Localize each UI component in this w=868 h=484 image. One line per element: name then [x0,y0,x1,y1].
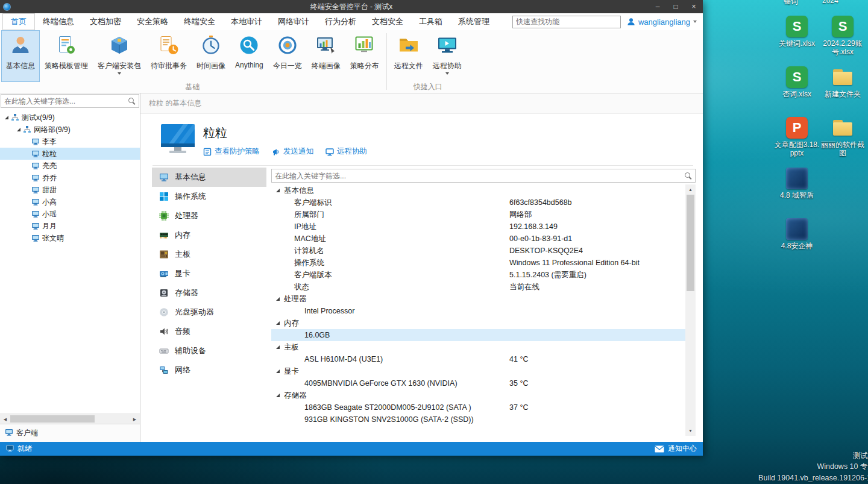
category-mainboard[interactable]: 主板 [152,245,266,264]
expander-icon[interactable] [3,116,10,119]
ribbon-item-policy-templates[interactable]: 策略模板管理 [40,30,93,82]
sidebar-search-box[interactable] [1,94,139,108]
ribbon-item-anything[interactable]: Anything [230,30,268,82]
title-bar[interactable]: 终端安全管控平台 - 测试x – □ × [0,0,703,13]
desktop-icon[interactable]: 2024.2.29账号.xlsx [820,16,866,66]
sidebar-search-input[interactable] [4,97,128,105]
desktop-icon[interactable]: 新建文件夹 [820,66,866,117]
tree-node-terminal[interactable]: 李李 [0,136,140,148]
menu-tab[interactable]: 终端安全 [176,13,223,30]
ribbon-item-pending-approvals[interactable]: 待审批事务 [146,30,192,82]
detail-row[interactable]: 4095MBNVIDIA GeForce GTX 1630 (NVIDIA) 3… [271,377,685,389]
detail-row[interactable]: ASL H610M-D4 (U3E1) 41 °C [271,353,685,365]
scroll-left-icon[interactable]: ◀ [0,414,10,424]
category-auxiliary[interactable]: 辅助设备 [152,341,266,360]
tree-node-terminal[interactable]: 月月 [0,220,140,232]
desktop-icon[interactable]: 否词.xlsx [774,66,820,117]
minimize-button[interactable]: – [649,0,667,13]
detail-row[interactable]: 客户端版本 5.1.15.2403 (需要重启) [271,269,685,281]
desktop-icon[interactable]: 关键词.xlsx [774,16,820,66]
detail-row[interactable]: 主板 [271,341,685,353]
tree-node-terminal[interactable]: 甜甜 [0,184,140,196]
details-vertical-scrollbar[interactable]: ▲ ▼ [685,184,696,436]
ribbon-item-policy-distribution[interactable]: 策略分布 [345,30,384,82]
scrollbar-track[interactable] [685,195,696,426]
user-menu[interactable]: wangliangliang [627,17,697,27]
scroll-up-icon[interactable]: ▲ [685,184,696,195]
desktop-icon[interactable]: 文章配图3.18.pptx [774,117,820,168]
scrollbar-track[interactable] [10,414,130,424]
tree-node-terminal[interactable]: 小瑶 [0,208,140,220]
expander-icon[interactable] [274,189,281,192]
category-audio[interactable]: 音频 [152,322,266,341]
tree-node-terminal[interactable]: 乔乔 [0,172,140,184]
category-network[interactable]: 网络 [152,360,266,380]
detail-row[interactable]: 处理器 [271,293,685,305]
expander-icon[interactable] [15,128,22,131]
detail-row[interactable]: 操作系统 Windows 11 Professional Edition 64-… [271,257,685,269]
scroll-down-icon[interactable]: ▼ [685,426,696,436]
detail-row[interactable]: Intel Processor [271,305,685,317]
menu-tab[interactable]: 安全策略 [129,13,176,30]
menu-tab[interactable]: 工具箱 [411,13,450,30]
scroll-right-icon[interactable]: ▶ [130,414,140,424]
detail-row[interactable]: 16.0GB [271,329,685,341]
detail-row[interactable]: MAC地址 00-e0-1b-83-91-d1 [271,233,685,245]
expander-icon[interactable] [274,345,281,349]
quick-search-input[interactable] [516,17,617,26]
view-policy-link[interactable]: 查看防护策略 [203,146,260,157]
category-optical-drive[interactable]: 光盘驱动器 [152,303,266,322]
category-gpu[interactable]: 显卡 [152,264,266,283]
send-notification-link[interactable]: 发送通知 [272,146,313,157]
desktop-icon[interactable]: 4.8 域智盾 [774,168,820,218]
scrollbar-thumb[interactable] [687,195,694,291]
detail-row[interactable]: 计算机名 DESKTOP-KSQQ2E4 [271,245,685,257]
detail-row[interactable]: 存储器 [271,389,685,401]
desktop-icon[interactable]: 4.8安企神 [774,218,820,269]
menu-tab[interactable]: 本地审计 [223,13,270,30]
tree-node-root[interactable]: 测试x(9/9) [0,112,140,124]
sidebar-horizontal-scrollbar[interactable]: ◀ ▶ [0,413,140,424]
tree-node-terminal[interactable]: 亮亮 [0,160,140,172]
ribbon-item-remote-file[interactable]: 远程文件 [389,30,428,82]
menu-tab[interactable]: 终端信息 [35,13,82,30]
menu-tab[interactable]: 文档安全 [364,13,411,30]
ribbon-item-terminal-portrait[interactable]: 终端画像 [307,30,345,82]
menu-tab[interactable]: 文档加密 [82,13,129,30]
ribbon-item-remote-assist[interactable]: 远程协助 [428,30,467,82]
ribbon-item-client-installer[interactable]: 客户端安装包 [93,30,146,82]
menu-tab[interactable]: 行为分析 [317,13,364,30]
category-cpu[interactable]: 处理器 [152,206,266,225]
ribbon-item-today-overview[interactable]: 今日一览 [268,30,307,82]
detail-row[interactable]: 客户端标识 6f63cf8354bd568b [271,196,685,209]
notification-center[interactable]: 通知中心 [655,444,697,454]
expander-icon[interactable] [274,369,281,373]
detail-row[interactable]: 所属部门 网络部 [271,209,685,221]
tree-node-terminal[interactable]: 张文晴 [0,232,140,244]
detail-row[interactable]: IP地址 192.168.3.149 [271,221,685,233]
details-filter-input[interactable] [275,172,685,180]
close-button[interactable]: × [685,0,703,13]
detail-row[interactable]: 931GB KINGSTON SNV2S1000G (SATA-2 (SSD)) [271,413,685,426]
detail-row[interactable]: 1863GB Seagate ST2000DM005-2U9102 (SATA … [271,401,685,413]
detail-row[interactable]: 显卡 [271,365,685,377]
details-filter-box[interactable] [271,169,696,183]
sidebar-bottom-tab[interactable]: 客户端 [0,424,140,442]
detail-row[interactable]: 基本信息 [271,184,685,196]
expander-icon[interactable] [274,297,281,301]
scrollbar-thumb[interactable] [10,415,95,423]
category-os[interactable]: 操作系统 [152,187,266,206]
quick-search-box[interactable] [512,16,621,28]
detail-row[interactable]: 状态 当前在线 [271,281,685,293]
menu-tab[interactable]: 首页 [2,13,35,30]
tree-node-terminal[interactable]: 小高 [0,196,140,208]
category-storage[interactable]: 存储器 [152,283,266,303]
menu-tab[interactable]: 系统管理 [450,13,497,30]
expander-icon[interactable] [274,394,281,397]
tree-node-terminal[interactable]: 粒粒 [0,148,140,160]
menu-tab[interactable]: 网络审计 [270,13,317,30]
category-memory[interactable]: 内存 [152,225,266,245]
ribbon-item-time-portrait[interactable]: 时间画像 [192,30,230,82]
tree-node-department[interactable]: 网络部(9/9) [0,124,140,136]
desktop-icon[interactable]: 丽丽的软件截图 [820,117,866,168]
